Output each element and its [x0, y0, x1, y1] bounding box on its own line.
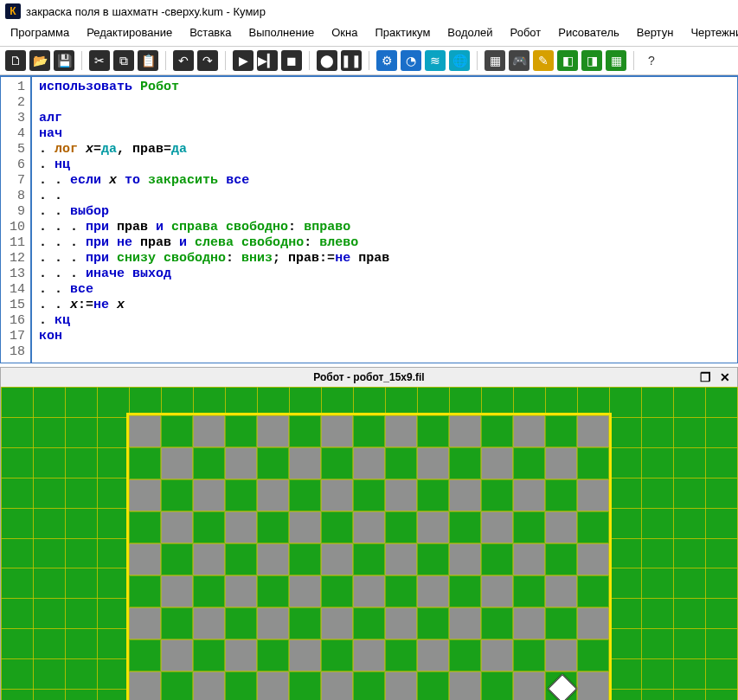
cell: [289, 543, 321, 575]
code-line[interactable]: . . выбор: [39, 204, 730, 220]
code-line[interactable]: . лог х=да, прав=да: [39, 142, 730, 157]
menu-item-практикум[interactable]: Практикум: [368, 24, 437, 41]
open-file-button[interactable]: 📂: [29, 50, 50, 71]
new-file-button[interactable]: 🗋: [5, 50, 26, 71]
cell: [449, 447, 481, 479]
record-button[interactable]: ⬤: [317, 50, 337, 71]
board: [129, 415, 609, 700]
line-number: 17: [4, 329, 25, 344]
gamepad-button[interactable]: 🎮: [509, 50, 529, 71]
grid2-button[interactable]: ▦: [606, 50, 626, 71]
window-title: закраска поля в шахматн -сверху.kum - Ку…: [26, 5, 266, 18]
menu-item-рисователь[interactable]: Рисователь: [551, 24, 626, 41]
stop-button[interactable]: ◼: [281, 50, 302, 71]
code-line[interactable]: . .: [39, 189, 730, 204]
cell: [513, 607, 545, 639]
line-number: 18: [4, 344, 25, 360]
help-button[interactable]: ?: [641, 50, 662, 71]
cell: [353, 671, 385, 700]
code-line[interactable]: . . . иначе выход: [39, 267, 730, 282]
code-line[interactable]: . . . при прав и справа свободно: вправо: [39, 220, 730, 235]
menu-item-вертун[interactable]: Вертун: [630, 24, 681, 41]
code-area[interactable]: использовать Робот алгнач. лог х=да, пра…: [32, 77, 737, 363]
code-line[interactable]: . . . при снизу свободно: вниз; прав:=не…: [39, 251, 730, 267]
line-number: 6: [4, 157, 25, 173]
cell: [161, 543, 193, 575]
redo-button[interactable]: ↷: [197, 50, 218, 71]
menubar: ПрограммаРедактированиеВставкаВыполнение…: [0, 22, 738, 47]
code-editor[interactable]: 123456789101112131415161718 использовать…: [0, 75, 738, 363]
menu-item-вставка[interactable]: Вставка: [183, 24, 238, 41]
menu-item-робот[interactable]: Робот: [504, 24, 549, 41]
draw-button[interactable]: ✎: [533, 50, 554, 71]
cell: [225, 575, 257, 607]
line-number: 10: [4, 220, 25, 235]
code-line[interactable]: нач: [39, 126, 730, 142]
copy-button[interactable]: ⧉: [113, 50, 134, 71]
cell: [385, 447, 417, 479]
cell: [225, 415, 257, 447]
code-line[interactable]: . нц: [39, 157, 730, 173]
undo-button[interactable]: ↶: [173, 50, 194, 71]
code-line[interactable]: . кц: [39, 313, 730, 329]
cut-button[interactable]: ✂: [89, 50, 110, 71]
code-line[interactable]: кон: [39, 329, 730, 344]
cell: [417, 479, 449, 511]
cell: [417, 447, 449, 479]
menu-item-выполнение[interactable]: Выполнение: [241, 24, 321, 41]
code-line[interactable]: [39, 344, 730, 360]
cell: [289, 447, 321, 479]
cell: [193, 671, 225, 700]
code-line[interactable]: . . все: [39, 282, 730, 298]
code-line[interactable]: . . если х то закрасить все: [39, 173, 730, 189]
cell: [353, 415, 385, 447]
gauge-button[interactable]: ◔: [401, 50, 421, 71]
line-number: 2: [4, 95, 25, 111]
save-file-button[interactable]: 💾: [54, 50, 74, 71]
cell: [545, 543, 577, 575]
cell: [257, 447, 289, 479]
cell: [481, 671, 513, 700]
cell: [481, 511, 513, 543]
code-line[interactable]: алг: [39, 111, 730, 126]
line-number: 4: [4, 126, 25, 142]
cell: [129, 671, 161, 700]
cell: [545, 607, 577, 639]
menu-item-редактирование[interactable]: Редактирование: [80, 24, 179, 41]
menu-item-чертежник[interactable]: Чертежник: [683, 24, 738, 41]
menu-item-водолей[interactable]: Водолей: [440, 24, 499, 41]
cell2-button[interactable]: ◨: [581, 50, 602, 71]
settings-button[interactable]: ⚙: [376, 50, 397, 71]
cell: [385, 479, 417, 511]
code-line[interactable]: . . . при не прав и слева свободно: влев…: [39, 235, 730, 251]
robot-field[interactable]: [1, 387, 737, 700]
grid1-button[interactable]: ▦: [485, 50, 505, 71]
line-number: 7: [4, 173, 25, 189]
cell: [481, 575, 513, 607]
menu-item-окна[interactable]: Окна: [324, 24, 364, 41]
code-line[interactable]: [39, 95, 730, 111]
run-button[interactable]: ▶: [233, 50, 253, 71]
close-icon[interactable]: ✕: [720, 370, 730, 384]
cell: [193, 543, 225, 575]
paste-button[interactable]: 📋: [138, 50, 158, 71]
step-button[interactable]: ▶▎: [257, 50, 278, 71]
cell: [321, 639, 353, 671]
pause-button[interactable]: ❚❚: [341, 50, 362, 71]
code-line[interactable]: использовать Робот: [39, 80, 730, 95]
cell1-button[interactable]: ◧: [557, 50, 578, 71]
cell: [545, 447, 577, 479]
cell: [289, 479, 321, 511]
waves-button[interactable]: ≋: [425, 50, 446, 71]
code-line[interactable]: . . х:=не х: [39, 298, 730, 313]
menu-item-программа[interactable]: Программа: [3, 24, 76, 41]
line-number: 1: [4, 80, 25, 95]
globe-button[interactable]: 🌐: [449, 50, 470, 71]
titlebar: К закраска поля в шахматн -сверху.kum - …: [0, 0, 738, 22]
maximize-icon[interactable]: ❐: [700, 370, 711, 384]
cell: [161, 575, 193, 607]
cell: [321, 511, 353, 543]
cell: [545, 575, 577, 607]
cell: [545, 479, 577, 511]
cell: [289, 511, 321, 543]
